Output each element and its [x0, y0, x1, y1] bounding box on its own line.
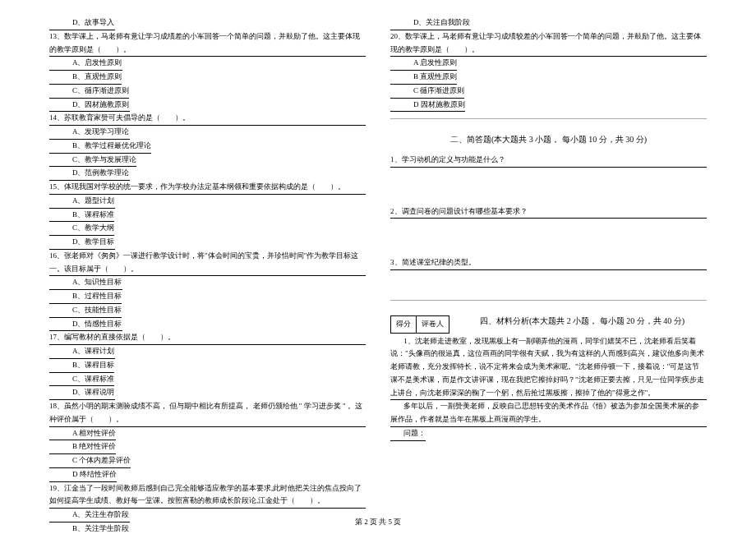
q13-stem: 13、数学课上，马老师有意让学习成绩差的小军回答一个简单的问题，并鼓励了他。这主… — [49, 30, 366, 58]
q20-c: C 循序渐进原则 — [390, 85, 464, 99]
q18-b: B 绝对性评价 — [49, 440, 116, 454]
answer-space-2 — [390, 219, 707, 256]
q17-stem: 17、编写教材的直接依据是（ ）。 — [49, 331, 366, 345]
q13-a: A、启发性原则 — [49, 57, 122, 71]
answer-space-1 — [390, 168, 707, 205]
q17-a: A、课程计划 — [49, 345, 115, 359]
q18-a: A 相对性评价 — [49, 427, 116, 441]
q13-c: C、循序渐进原则 — [49, 85, 129, 99]
q16-options: A、知识性目标 B、过程性目标 C、技能性目标 D、情感性目标 — [49, 276, 366, 331]
section-4-title: 四、材料分析(本大题共 2 小题， 每小题 20 分，共 40 分) — [458, 309, 707, 329]
q14-stem: 14、苏联教育家赞可夫倡导的是（ ）。 — [49, 112, 366, 126]
q12-option-d: D、故事导入 — [49, 16, 115, 30]
section-4-area: 得分 评卷人 四、材料分析(本大题共 2 小题， 每小题 20 分，共 40 分… — [390, 300, 707, 335]
material-1-p2: 多年以后，一副赞美老师，反映自己思想转变的美术作品《悟》被选为参加全国美术展的参… — [390, 400, 707, 427]
q16-d: D、情感性目标 — [49, 318, 122, 332]
section-2-title: 二、简答题(本大题共 3 小题， 每小题 10 分，共 30 分) — [390, 127, 707, 147]
q14-a: A、发现学习理论 — [49, 126, 130, 140]
q20-options: A 启发性原则 B 直观性原则 C 循序渐进原则 D 因材施教原则 — [390, 57, 707, 112]
q17-c: C、课程标准 — [49, 373, 114, 387]
q19-d: D、关注自我阶段 — [390, 16, 471, 30]
q15-options: A、题型计划 B、课程标准 C、教学大纲 D、教学目标 — [49, 195, 366, 250]
q15-d: D、教学目标 — [49, 236, 115, 250]
score-box: 得分 评卷人 — [390, 315, 449, 334]
short-q3: 3、简述课堂纪律的类型。 — [390, 256, 707, 270]
q15-stem: 15、体现我国对学校的统一要求，作为学校办法定基本纲领和重要依据构成的是（ ）。 — [49, 181, 366, 195]
q18-stem: 18、虽然小明的期末测验成绩不高， 但与期中相比有所提高， 老师仍颁给他 " 学… — [49, 400, 366, 427]
q20-a: A 启发性原则 — [390, 57, 457, 71]
q16-b: B、过程性目标 — [49, 290, 122, 304]
short-q1: 1、学习动机的定义与功能是什么？ — [390, 154, 707, 168]
q13-d: D、因材施教原则 — [49, 99, 130, 113]
page-content: D、故事导入 13、数学课上，马老师有意让学习成绩差的小军回答一个简单的问题，并… — [49, 16, 707, 534]
q17-d: D、课程说明 — [49, 386, 115, 400]
q18-c: C 个体内差异评价 — [49, 454, 131, 468]
answer-space-3 — [390, 270, 707, 293]
q19-stem: 19、江金当了一段时间教师后感到自己完全能够适应教学的基本要求,此时他把关注的焦… — [49, 482, 366, 509]
q17-options: A、课程计划 B、课程目标 C、课程标准 D、课程说明 — [49, 345, 366, 400]
right-column: D、关注自我阶段 20、数学课上，马老师有意让学习成绩较差的小军回答一个简单的问… — [390, 16, 707, 534]
q14-b: B、教学过程最优化理论 — [49, 140, 151, 154]
q13-options: A、启发性原则 B、直观性原则 C、循序渐进原则 D、因材施教原则 — [49, 57, 366, 112]
q17-b: B、课程目标 — [49, 359, 114, 373]
q15-a: A、题型计划 — [49, 195, 115, 209]
q15-b: B、课程标准 — [49, 209, 114, 223]
section-2-divider: 二、简答题(本大题共 3 小题， 每小题 10 分，共 30 分) — [390, 118, 707, 147]
left-column: D、故事导入 13、数学课上，马老师有意让学习成绩差的小军回答一个简单的问题，并… — [49, 16, 366, 534]
q14-d: D、范例教学理论 — [49, 167, 130, 181]
score-label: 得分 — [391, 316, 417, 333]
grader-label: 评卷人 — [417, 316, 449, 333]
short-q2: 2、调查问卷的问题设计有哪些基本要求？ — [390, 205, 707, 219]
q16-stem: 16、张老师对《匆匆》一课进行教学设计时，将"体会时间的宝贵，并珍惜时间"作为教… — [49, 250, 366, 277]
q18-d: D 终结性评价 — [49, 468, 117, 482]
q18-options: A 相对性评价 B 绝对性评价 C 个体内差异评价 D 终结性评价 — [49, 427, 366, 482]
q14-options: A、发现学习理论 B、教学过程最优化理论 C、教学与发展理论 D、范例教学理论 — [49, 126, 366, 181]
material-1-question: 问题： — [390, 427, 707, 441]
page-footer: 第 2 页 共 5 页 — [0, 517, 756, 527]
q20-b: B 直观性原则 — [390, 71, 457, 85]
q20-d: D 因材施教原则 — [390, 99, 465, 113]
q13-b: B、直观性原则 — [49, 71, 122, 85]
q20-stem: 20、数学课上，马老师有意让学习成绩较差的小军回答一个简单的问题，并鼓励了他。这… — [390, 30, 707, 58]
q16-a: A、知识性目标 — [49, 276, 122, 290]
q15-c: C、教学大纲 — [49, 222, 114, 236]
material-1-p1: 1、沈老师走进教室，发现黑板上有一副嘲弄他的漫画，同学们嬉笑不已，沈老师看后笑着… — [390, 335, 707, 401]
q14-c: C、教学与发展理论 — [49, 154, 136, 168]
q16-c: C、技能性目标 — [49, 304, 122, 318]
